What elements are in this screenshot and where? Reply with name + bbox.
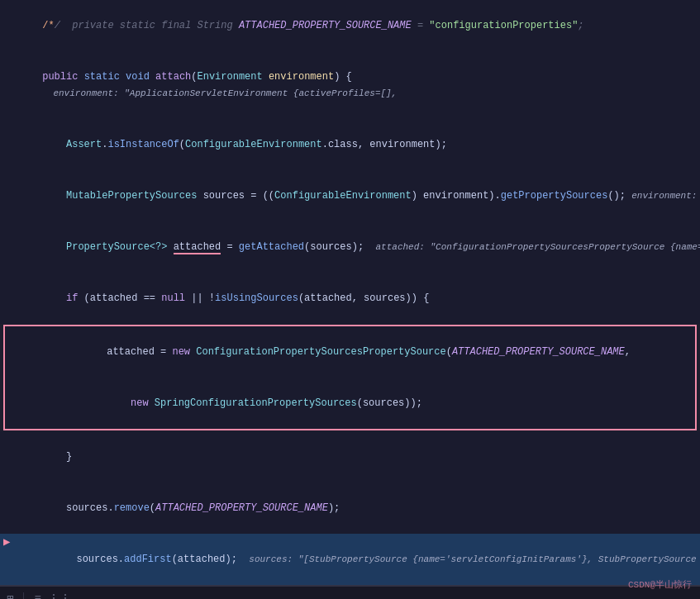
code-line-8: new SpringConfigurationPropertySources(s… bbox=[8, 378, 695, 428]
debugger-icon-1[interactable]: ⊞ bbox=[7, 592, 13, 599]
code-line-1: /*/ private static final String ATTACHED… bbox=[3, 1, 700, 50]
debugger-icon-3[interactable]: ⋮⋮ bbox=[48, 592, 71, 599]
code-line-5: PropertySource<?> attached = getAttached… bbox=[3, 222, 700, 272]
code-editor: /*/ private static final String ATTACHED… bbox=[0, 0, 700, 585]
debugger-icon-2[interactable]: ≡ bbox=[34, 592, 40, 600]
code-line-3: Assert.isInstanceOf(ConfigurableEnvironm… bbox=[3, 120, 700, 169]
toolbar-separator bbox=[23, 592, 24, 600]
code-line-6: if (attached == null || !isUsingSources(… bbox=[3, 273, 700, 323]
code-line-4: MutablePropertySources sources = ((Confi… bbox=[3, 171, 700, 221]
code-line-9: } bbox=[3, 432, 700, 482]
watermark: CSDN@半山惊行 bbox=[628, 578, 692, 591]
code-line-7: attached = new ConfigurationPropertySour… bbox=[8, 327, 695, 377]
debugger-toolbar: ⊞ ≡ ⋮⋮ bbox=[0, 587, 700, 599]
code-line-2: public static void attach(Environment en… bbox=[3, 52, 700, 118]
code-line-11: sources.addFirst(attached); sources: "[S… bbox=[13, 535, 700, 584]
red-highlight-block: attached = new ConfigurationPropertySour… bbox=[3, 325, 697, 430]
code-line-10: sources.remove(ATTACHED_PROPERTY_SOURCE_… bbox=[3, 483, 700, 533]
